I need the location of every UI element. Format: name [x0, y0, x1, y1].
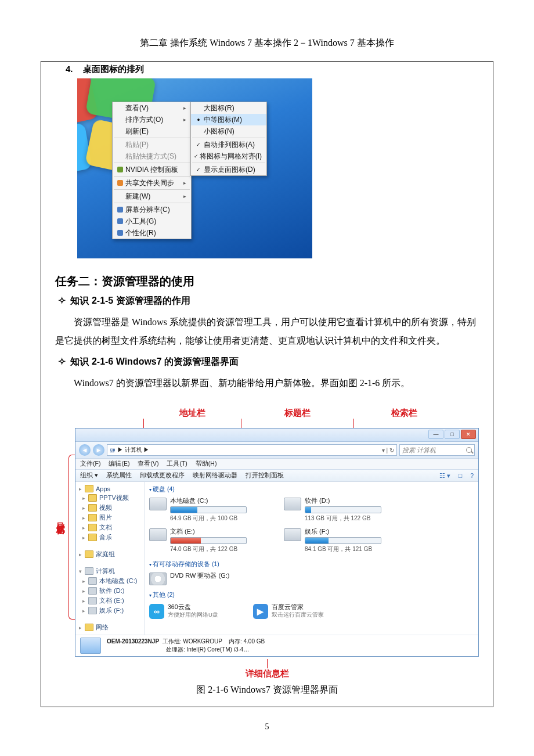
host-name: OEM-20130223NJP — [107, 638, 159, 645]
nav-item[interactable]: ▸图片 — [78, 513, 142, 523]
titlebar: — □ ✕ — [75, 429, 478, 442]
menu-item[interactable]: 小工具(G) — [113, 215, 191, 227]
menu-bar[interactable]: 文件(F)编辑(E)查看(V)工具(T)帮助(H) — [75, 459, 478, 470]
k216-heading: ✧ 知识 2-1-6 Windows7 的资源管理器界面 — [55, 356, 479, 368]
help-icon[interactable]: ? — [470, 472, 474, 479]
explorer-figure: 导航窗格 — □ ✕ ◄ ► 🖳 ▶ 计算机 ▶ ▾ | ↻ — [55, 428, 479, 657]
minimize-button[interactable]: — — [428, 430, 443, 439]
dvd-label: DVD RW 驱动器 (G:) — [170, 571, 229, 580]
fwd-button[interactable]: ► — [93, 444, 104, 456]
pc-icon — [80, 638, 101, 654]
drive[interactable]: 软件 (D:)113 GB 可用，共 122 GB — [284, 496, 400, 523]
address-bar-row: ◄ ► 🖳 ▶ 计算机 ▶ ▾ | ↻ 搜索 计算机 — [75, 442, 478, 459]
nav-item[interactable]: ▸文档 (E:) — [78, 596, 142, 606]
menu-item[interactable]: 编辑(E) — [109, 460, 129, 468]
other-app[interactable]: ▶百度云管家双击运行百度云管家 — [253, 603, 324, 619]
tool-item[interactable]: 系统属性 — [106, 471, 132, 480]
drive[interactable]: 文档 (E:)74.0 GB 可用，共 122 GB — [149, 527, 265, 553]
menu-item[interactable]: 工具(T) — [167, 460, 187, 468]
task2-heading: 任务二：资源管理器的使用 — [55, 273, 479, 289]
diamond-icon: ✧ — [55, 295, 68, 306]
menu-item[interactable]: ✓显示桌面图标(D) — [191, 164, 266, 175]
drive-icon — [284, 498, 301, 510]
menu-item[interactable]: ✓自动排列图标(A) — [191, 139, 266, 150]
drives: 本地磁盘 (C:)64.9 GB 可用，共 100 GB软件 (D:)113 G… — [149, 496, 474, 553]
context-submenu-view[interactable]: 大图标(R)●中等图标(M)小图标(N)✓自动排列图标(A)✓将图标与网格对齐(… — [190, 102, 267, 176]
search-input[interactable]: 搜索 计算机 — [399, 444, 475, 456]
menu-item[interactable]: 查看(V)▸ — [113, 102, 191, 114]
dvd-drive[interactable]: DVD RW 驱动器 (G:) — [149, 571, 265, 585]
back-button[interactable]: ◄ — [79, 444, 91, 456]
menu-item[interactable]: 个性化(R) — [113, 227, 191, 239]
menu-item[interactable]: 查看(V) — [138, 460, 158, 468]
drive[interactable]: 娱乐 (F:)84.1 GB 可用，共 121 GB — [284, 527, 400, 553]
menu-item[interactable]: 粘贴(P) — [113, 139, 191, 150]
nav-item[interactable]: ▸网络 — [78, 622, 142, 632]
explorer-body: ▸Apps▸PPTV视频▸视频▸图片▸文档▸音乐▸家庭组▾计算机▸本地磁盘 (C… — [75, 482, 478, 635]
address-bar[interactable]: 🖳 ▶ 计算机 ▶ ▾ | ↻ — [107, 444, 397, 456]
group-hdd: ▾硬盘 (4) — [149, 484, 474, 495]
nav-bracket — [68, 455, 75, 620]
nav-item[interactable]: ▸Apps — [78, 484, 142, 493]
label-nav: 导航窗格 — [55, 428, 68, 657]
desktop-context-screenshot: 查看(V)▸排序方式(O)▸刷新(E)粘贴(P)粘贴快捷方式(S)NVIDIA … — [77, 78, 312, 258]
nav-pane[interactable]: ▸Apps▸PPTV视频▸视频▸图片▸文档▸音乐▸家庭组▾计算机▸本地磁盘 (C… — [75, 482, 145, 635]
pane-icon[interactable]: □ — [459, 472, 462, 479]
nav-item[interactable]: ▸PPTV视频 — [78, 493, 142, 503]
nav-item[interactable]: ▸娱乐 (F:) — [78, 606, 142, 615]
search-placeholder: 搜索 计算机 — [402, 446, 436, 455]
other-app[interactable]: ∞360云盘方便好用的网络U盘 — [149, 603, 218, 619]
toolbar[interactable]: 组织 ▾系统属性卸载或更改程序映射网络驱动器打开控制面板☷ ▾□? — [75, 470, 478, 482]
section-title: 桌面图标的排列 — [83, 64, 144, 74]
other-apps: ∞360云盘方便好用的网络U盘▶百度云管家双击运行百度云管家 — [149, 603, 474, 619]
k215-title: 知识 2-1-5 资源管理器的作用 — [70, 296, 190, 305]
menu-item[interactable]: 帮助(H) — [196, 460, 217, 468]
menu-item[interactable]: 大图标(R) — [191, 102, 266, 114]
k216-title: 知识 2-1-6 Windows7 的资源管理器界面 — [70, 357, 239, 366]
section-4-heading: 4. 桌面图标的排列 — [66, 64, 479, 75]
diamond-icon: ✧ — [55, 356, 68, 367]
nav-item[interactable]: ▸文档 — [78, 523, 142, 532]
group-removable: ▾有可移动存储的设备 (1) — [149, 559, 474, 570]
k216-body: Windows7 的资源管理器以新界面、新功能带给用户新体验。界面如图 2-1-… — [55, 374, 479, 393]
explorer-window: — □ ✕ ◄ ► 🖳 ▶ 计算机 ▶ ▾ | ↻ 搜索 计算机 — [75, 428, 479, 657]
close-button[interactable]: ✕ — [461, 430, 476, 439]
menu-item[interactable]: 新建(W)▸ — [113, 190, 191, 202]
tool-item[interactable]: 组织 ▾ — [80, 471, 98, 480]
menu-item[interactable]: NVIDIA 控制面板 — [113, 164, 191, 175]
menu-item[interactable]: 粘贴快捷方式(S) — [113, 150, 191, 162]
menu-item[interactable]: 屏幕分辨率(C) — [113, 204, 191, 215]
menu-item[interactable]: ●中等图标(M) — [191, 114, 266, 125]
app-icon: ∞ — [149, 604, 164, 619]
nav-item[interactable]: ▾计算机 — [78, 566, 142, 576]
content-pane: ▾硬盘 (4) 本地磁盘 (C:)64.9 GB 可用，共 100 GB软件 (… — [145, 482, 478, 635]
drive-icon — [284, 528, 301, 541]
view-icon[interactable]: ☷ ▾ — [439, 472, 450, 479]
menu-item[interactable]: 文件(F) — [80, 460, 100, 468]
explorer-top-labels: 地址栏 标题栏 检索栏 — [55, 408, 479, 428]
k215-body: 资源管理器是 Windows 系统提供的资源管理工具，用户可以使用它查看计算机中… — [55, 313, 479, 350]
label-search: 检索栏 — [391, 408, 417, 417]
menu-item[interactable]: 刷新(E) — [113, 125, 191, 137]
group-other: ▾其他 (2) — [149, 590, 474, 601]
drive[interactable]: 本地磁盘 (C:)64.9 GB 可用，共 100 GB — [149, 496, 265, 523]
nav-item[interactable]: ▸本地磁盘 (C:) — [78, 576, 142, 586]
nav-item[interactable]: ▸家庭组 — [78, 549, 142, 559]
label-title: 标题栏 — [284, 408, 311, 417]
menu-item[interactable]: ✓将图标与网格对齐(I) — [191, 150, 266, 162]
maximize-button[interactable]: □ — [445, 430, 460, 439]
nav-item[interactable]: ▸视频 — [78, 503, 142, 513]
label-address: 地址栏 — [179, 408, 205, 417]
drive-icon — [149, 528, 167, 541]
tool-item[interactable]: 映射网络驱动器 — [193, 471, 237, 480]
menu-item[interactable]: 小图标(N) — [191, 125, 266, 137]
dvd-icon — [149, 573, 167, 585]
tool-item[interactable]: 卸载或更改程序 — [140, 471, 185, 480]
tool-item[interactable]: 打开控制面板 — [246, 471, 284, 480]
nav-item[interactable]: ▸音乐 — [78, 532, 142, 542]
menu-item[interactable]: 排序方式(O)▸ — [113, 114, 191, 125]
menu-item[interactable]: 共享文件夹同步▸ — [113, 177, 191, 189]
app-icon: ▶ — [253, 604, 268, 619]
context-menu-main[interactable]: 查看(V)▸排序方式(O)▸刷新(E)粘贴(P)粘贴快捷方式(S)NVIDIA … — [112, 102, 192, 239]
nav-item[interactable]: ▸软件 (D:) — [78, 586, 142, 596]
